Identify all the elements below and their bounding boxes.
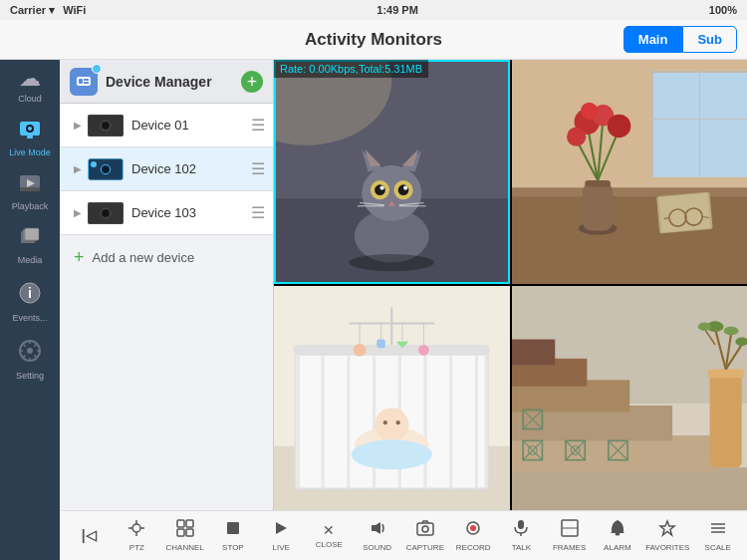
svg-marker-152 [660,521,674,535]
svg-point-21 [103,123,109,129]
svg-point-131 [132,524,140,532]
events-icon: i [18,281,42,309]
svg-point-151 [615,533,620,536]
toolbar-ptz[interactable]: PTZ [117,519,156,552]
toolbar-capture[interactable]: CAPTURE [405,519,445,552]
sidebar-item-setting[interactable]: Setting [0,331,60,389]
device-manager-left: Device Manager [70,68,212,96]
scale-icon [709,519,727,541]
device-menu-102[interactable]: ☰ [251,159,265,178]
camera-cell-4[interactable] [512,286,748,510]
device-item-01[interactable]: ▶ Device 01 ☰ [60,104,273,147]
toolbar-favorites[interactable]: FAVORITES [645,519,689,552]
svg-rect-121 [709,372,741,467]
toolbar-record[interactable]: RECORD [453,519,493,552]
sidebar-label-livemode: Live Mode [9,147,51,157]
device-name-102: Device 102 [131,161,251,176]
svg-point-34 [362,165,421,221]
device-name-01: Device 01 [131,118,251,133]
svg-rect-138 [177,529,184,536]
sidebar-item-cloud[interactable]: ☁ Cloud [0,60,60,112]
add-device-plus-icon: + [74,247,85,268]
svg-point-103 [374,408,408,441]
add-device-label: Add a new device [93,250,195,265]
toolbar-stop[interactable]: STOP [213,519,253,552]
sidebar-item-playback[interactable]: Playback [0,165,60,219]
add-device-button[interactable]: + [241,71,263,93]
svg-rect-143 [417,523,433,535]
svg-point-128 [723,327,738,336]
svg-rect-59 [512,188,748,284]
sidebar-item-media[interactable]: Media [0,219,60,273]
svg-rect-136 [177,520,184,527]
device-item-102[interactable]: ▶ Device 102 ☰ [60,147,273,191]
channel-icon [176,519,194,541]
svg-text:i: i [28,285,32,301]
toolbar-ptz-label: PTZ [129,543,144,552]
toolbar-alarm[interactable]: ALARM [598,519,637,552]
toolbar-scale-label: SCALE [705,543,731,552]
svg-point-95 [354,344,367,357]
talk-icon [512,519,530,541]
camera-feed-crib [274,286,510,510]
camera-cell-3[interactable] [274,286,510,510]
svg-rect-84 [347,350,350,488]
device-item-103[interactable]: ▶ Device 103 ☰ [60,191,273,235]
svg-point-72 [580,103,597,120]
status-time: 1:49 PM [376,4,418,16]
close-icon: ✕ [323,522,335,538]
sidebar-label-setting: Setting [16,371,44,381]
svg-point-71 [567,128,586,146]
device-arrow-103: ▶ [74,207,82,218]
svg-rect-109 [512,467,748,510]
toolbar-channel[interactable]: CHANNEL [165,519,205,552]
page-title: Activity Monitors [305,30,442,50]
view-tabs: Main Sub [623,26,737,53]
device-panel: Device Manager + ▶ Device 01 ☰ ▶ [60,60,274,510]
svg-rect-97 [376,340,385,349]
toolbar-close-label: CLOSE [316,540,343,549]
device-online-indicator-102 [91,161,97,167]
device-panel-header: Device Manager + [60,60,273,104]
toolbar-first[interactable]: |◁ [69,527,109,545]
toolbar-sound[interactable]: SOUND [358,519,397,552]
sidebar-item-events[interactable]: i Events... [0,273,60,331]
svg-point-50 [349,254,434,271]
toolbar-frames[interactable]: FRAMES [550,519,590,552]
svg-point-70 [607,115,630,139]
svg-rect-5 [20,187,40,191]
sidebar-item-livemode[interactable]: Live Mode [0,112,60,165]
svg-rect-15 [79,79,83,84]
svg-rect-58 [650,119,746,120]
device-menu-103[interactable]: ☰ [251,203,265,222]
tab-sub[interactable]: Sub [682,26,737,53]
live-icon [272,519,290,541]
toolbar-talk-label: TALK [512,543,531,552]
toolbar-scale[interactable]: SCALE [698,519,738,552]
svg-point-2 [28,127,32,131]
bottom-toolbar: |◁ PTZ CHANNEL [60,510,747,560]
device-arrow-01: ▶ [74,120,82,131]
toolbar-close[interactable]: ✕ CLOSE [309,522,349,549]
device-menu-01[interactable]: ☰ [251,116,265,135]
media-icon [18,227,42,251]
camera-cell-2[interactable] [512,60,748,284]
add-device-row[interactable]: + Add a new device [60,235,273,279]
camera-feed-flowers [512,60,748,284]
svg-point-42 [398,184,409,195]
svg-rect-82 [296,350,300,488]
svg-point-25 [103,166,109,172]
toolbar-live[interactable]: LIVE [261,519,301,552]
favorites-icon [658,519,676,541]
camera-cell-1[interactable]: Rate: 0.00Kbps,Total:5.31MB [274,60,510,284]
svg-rect-140 [227,522,239,534]
svg-rect-114 [512,340,555,366]
sidebar-label-playback: Playback [12,201,49,211]
toolbar-channel-label: CHANNEL [166,543,204,552]
toolbar-talk[interactable]: TALK [501,519,541,552]
sidebar: ☁ Cloud Live Mode Playback [0,20,60,560]
sidebar-label-cloud: Cloud [18,94,42,104]
carrier-wifi: Carrier ▾ WiFi [10,4,86,17]
tab-main[interactable]: Main [623,26,683,53]
toolbar-alarm-label: ALARM [604,543,631,552]
